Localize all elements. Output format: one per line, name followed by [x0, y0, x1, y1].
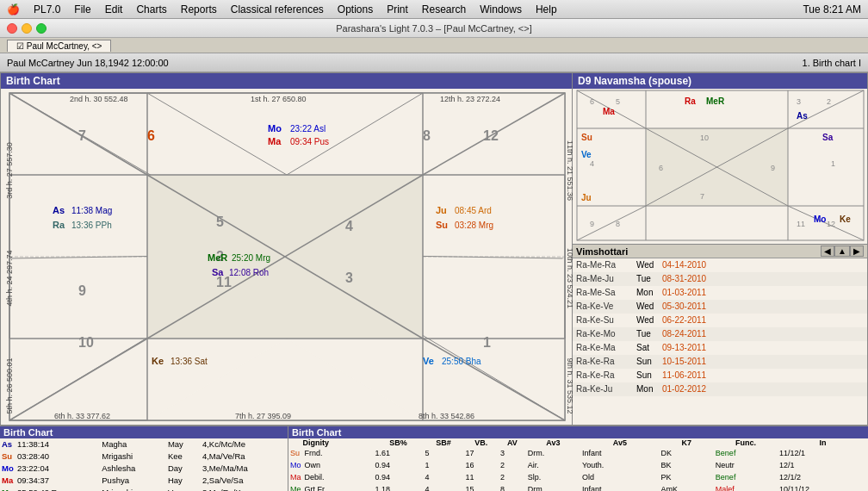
table-row: Ma 09:34:37 Pushya Hay 2,Sa/Ve/Sa [0, 475, 288, 487]
k7-cell: PK [660, 471, 714, 483]
planet-cell: Ma [0, 475, 16, 487]
table-row: Ma Debil. 0.94 4 11 2 Slp. Old PK Benef … [288, 471, 868, 483]
av5-cell: Infant [580, 483, 660, 491]
svg-text:09:34 Pus: 09:34 Pus [290, 137, 329, 146]
func-cell: Benef [714, 471, 778, 483]
svg-text:7: 7 [700, 192, 704, 201]
vimshottari-rows: Ra-Me-Ra Wed 04-14-2010 Ra-Me-Ju Tue 08-… [573, 258, 867, 396]
in-cell: 12/1 [778, 459, 868, 471]
svg-text:08:45 Ard: 08:45 Ard [455, 206, 492, 215]
vim-label-10: Ra-Ke-Ju [576, 382, 636, 396]
clock: Tue 8:21 AM [803, 3, 861, 16]
vim-up-button[interactable]: ▲ [834, 246, 850, 257]
svg-text:Sa: Sa [822, 133, 834, 142]
vim-row-2: Ra-Me-Ju Tue 08-31-2010 [573, 272, 867, 286]
av-cell: 8 [499, 483, 526, 491]
menu-help[interactable]: Help [536, 3, 557, 16]
av3-cell: Drm. [526, 447, 580, 459]
menu-file[interactable]: File [74, 3, 90, 16]
birth-chart-panel: Birth Chart [0, 72, 573, 426]
traffic-lights [7, 23, 46, 34]
av-cell: 2 [499, 459, 526, 471]
sb-pct-cell: 1.18 [374, 483, 424, 491]
vim-day-10: Mon [636, 382, 662, 396]
birth-chart-svg: 2nd h. 30 552.48 1st h. 27 650.80 12th h… [1, 89, 574, 425]
menu-research[interactable]: Research [422, 3, 466, 16]
vim-day-5: Wed [636, 314, 662, 327]
svg-text:8: 8 [423, 128, 431, 143]
table-row: Me Grt.Fr. 1.18 4 15 8 Drm. Infant AmK M… [288, 483, 868, 491]
svg-text:Mo: Mo [268, 123, 282, 134]
time-cell: 09:34:37 [16, 475, 100, 487]
table-row: Me 25:50:40 Rc Mrigashi Vay 3,Ma/Ra/Ke [0, 487, 288, 491]
k7-cell: BK [660, 459, 714, 471]
birth-table-left-data: As 11:38:14 Magha May 4,Kc/Mc/Me Su 03:2… [0, 438, 288, 491]
vim-label-4: Ra-Ke-Ve [576, 300, 636, 314]
chart-label: 1. Birth chart I [803, 58, 861, 68]
planet-cell: As [0, 438, 16, 451]
col-sb-pct: SB% [374, 438, 424, 447]
nakshatra-cell: Mrigashi [100, 487, 166, 491]
menu-classical-references[interactable]: Classical references [231, 3, 324, 16]
close-button[interactable] [7, 23, 17, 34]
svg-text:3rd h. 27  557.30: 3rd h. 27 557.30 [5, 142, 14, 199]
nakshatra-cell: Pushya [100, 475, 166, 487]
maximize-button[interactable] [36, 23, 46, 34]
vim-left-button[interactable]: ◀ [821, 246, 834, 257]
vim-label-9: Ra-Ke-Ra [576, 369, 636, 382]
vim-row-4: Ra-Ke-Ve Wed 05-30-2011 [573, 300, 867, 314]
planet-cell: Ma [288, 471, 303, 483]
svg-text:5: 5 [616, 97, 620, 106]
vimshottari-panel: Vimshottari ◀ ▲ ▶ Ra-Me-Ra Wed 04-14-201… [573, 245, 868, 426]
svg-text:MeR: MeR [706, 96, 725, 106]
svg-text:10: 10 [700, 134, 709, 142]
col-dignity: Dignity [303, 438, 374, 447]
svg-text:25:20 Mrg: 25:20 Mrg [232, 253, 270, 263]
svg-text:13:36 Sat: 13:36 Sat [170, 357, 208, 366]
svg-text:As: As [797, 111, 808, 121]
col-av5: Av5 [580, 438, 660, 447]
in-cell: 12/1/2 [778, 471, 868, 483]
sb-num-cell: 4 [423, 483, 463, 491]
table-row: Mo 23:22:04 Ashlesha Day 3,Me/Ma/Ma [0, 463, 288, 475]
menu-options[interactable]: Options [338, 3, 373, 16]
table-row: Su 03:28:40 Mrigashi Kee 4,Ma/Ve/Ra [0, 451, 288, 463]
svg-text:11: 11 [797, 220, 805, 228]
sb-pct-cell: 1.61 [374, 447, 424, 459]
lord-cell: Day [166, 463, 201, 475]
svg-text:Su: Su [436, 220, 448, 230]
menu-reports[interactable]: Reports [181, 3, 217, 16]
dignity-cell: Own [303, 459, 374, 471]
func-cell: Neutr [714, 459, 778, 471]
menu-print[interactable]: Print [387, 3, 408, 16]
col-sb-num: SB# [423, 438, 463, 447]
func-cell: Malef [714, 483, 778, 491]
menu-edit[interactable]: Edit [105, 3, 123, 16]
col-av3: Av3 [526, 438, 580, 447]
birth-table-right: Birth Chart Dignity SB% SB# VB. AV Av3 A… [288, 426, 868, 491]
minimize-button[interactable] [22, 23, 32, 34]
doc-tab[interactable]: ☑ Paul McCartney, <> [7, 40, 111, 52]
menu-pl70[interactable]: PL7.0 [34, 3, 60, 16]
col-k7: K7 [660, 438, 714, 447]
vim-label-2: Ra-Me-Ju [576, 272, 636, 286]
svg-text:1: 1 [831, 159, 835, 168]
apple-menu[interactable]: 🍎 [7, 3, 20, 16]
svg-text:1: 1 [483, 335, 491, 350]
svg-text:Ju: Ju [436, 205, 447, 215]
planet-cell: Su [0, 451, 16, 463]
svg-text:9: 9 [771, 164, 775, 172]
menu-charts[interactable]: Charts [136, 3, 166, 16]
svg-text:13:36 PPh: 13:36 PPh [71, 221, 112, 230]
num-cell: 4,Ma/Ve/Ra [201, 451, 288, 463]
svg-text:9: 9 [590, 220, 594, 228]
nakshatra-cell: Mrigashi [100, 451, 166, 463]
svg-text:Ra: Ra [685, 96, 696, 106]
menu-windows[interactable]: Windows [480, 3, 522, 16]
vim-row-10: Ra-Ke-Ju Mon 01-02-2012 [573, 382, 867, 396]
vim-row-5: Ra-Ke-Su Wed 06-22-2011 [573, 314, 867, 327]
svg-text:3: 3 [345, 270, 353, 285]
num-cell: 4,Kc/Mc/Me [201, 438, 288, 451]
vim-right-button[interactable]: ▶ [850, 246, 864, 257]
svg-text:23:22 Asl: 23:22 Asl [290, 124, 326, 134]
